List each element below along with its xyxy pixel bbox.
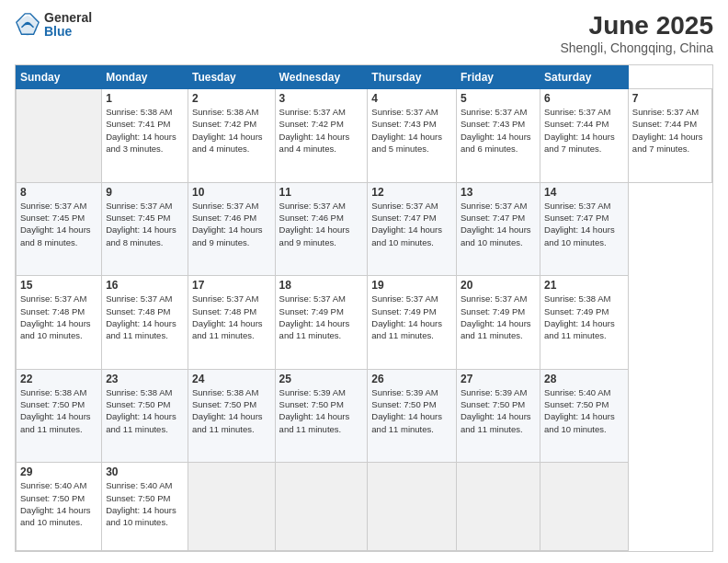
header-wednesday: Wednesday [275,66,368,89]
day-number: 14 [544,186,624,199]
day-info: Sunrise: 5:37 AM Sunset: 7:48 PM Dayligh… [192,293,271,341]
day-number: 1 [106,92,184,105]
day-number: 6 [544,92,624,105]
day-number: 18 [279,279,364,292]
header: General Blue June 2025 Shengli, Chongqin… [15,11,713,55]
calendar-header-row: Sunday Monday Tuesday Wednesday Thursday… [17,66,712,89]
table-row: 25Sunrise: 5:39 AM Sunset: 7:50 PM Dayli… [275,369,368,463]
table-row: 11Sunrise: 5:37 AM Sunset: 7:46 PM Dayli… [275,182,368,276]
table-row [188,463,275,551]
day-number: 25 [279,373,364,385]
page: General Blue June 2025 Shengli, Chongqin… [0,0,728,563]
day-info: Sunrise: 5:37 AM Sunset: 7:49 PM Dayligh… [461,293,536,341]
day-info: Sunrise: 5:38 AM Sunset: 7:42 PM Dayligh… [192,106,271,155]
table-row [456,463,540,551]
table-row: 19Sunrise: 5:37 AM Sunset: 7:49 PM Dayli… [368,276,457,370]
table-row: 28Sunrise: 5:40 AM Sunset: 7:50 PM Dayli… [540,369,629,463]
day-info: Sunrise: 5:37 AM Sunset: 7:45 PM Dayligh… [106,200,184,248]
day-info: Sunrise: 5:40 AM Sunset: 7:50 PM Dayligh… [544,386,624,435]
day-number: 24 [192,373,271,385]
table-row: 18Sunrise: 5:37 AM Sunset: 7:49 PM Dayli… [275,276,368,370]
day-number: 20 [461,279,536,292]
logo-blue-text: Blue [44,25,92,39]
day-number: 23 [106,373,184,385]
table-row: 27Sunrise: 5:39 AM Sunset: 7:50 PM Dayli… [456,369,540,463]
day-info: Sunrise: 5:39 AM Sunset: 7:50 PM Dayligh… [461,386,536,435]
day-number: 11 [279,186,364,199]
day-number: 12 [371,186,452,199]
table-row: 24Sunrise: 5:38 AM Sunset: 7:50 PM Dayli… [188,369,275,463]
logo-general-text: General [44,11,92,25]
day-info: Sunrise: 5:38 AM Sunset: 7:50 PM Dayligh… [20,386,97,435]
table-row: 7Sunrise: 5:37 AM Sunset: 7:44 PM Daylig… [628,89,711,183]
table-row: 14Sunrise: 5:37 AM Sunset: 7:47 PM Dayli… [540,182,629,276]
day-info: Sunrise: 5:38 AM Sunset: 7:41 PM Dayligh… [106,106,184,155]
header-thursday: Thursday [368,66,457,89]
calendar: Sunday Monday Tuesday Wednesday Thursday… [15,64,713,552]
day-number: 15 [20,279,97,292]
table-row: 30Sunrise: 5:40 AM Sunset: 7:50 PM Dayli… [102,463,188,551]
table-row: 1Sunrise: 5:38 AM Sunset: 7:41 PM Daylig… [102,89,188,183]
day-number: 8 [20,186,97,199]
header-monday: Monday [102,66,188,89]
table-row [368,463,457,551]
subtitle: Shengli, Chongqing, China [560,40,713,55]
day-number: 17 [192,279,271,292]
day-info: Sunrise: 5:37 AM Sunset: 7:49 PM Dayligh… [371,293,452,341]
day-info: Sunrise: 5:37 AM Sunset: 7:48 PM Dayligh… [20,293,97,341]
header-sunday: Sunday [17,66,102,89]
day-info: Sunrise: 5:39 AM Sunset: 7:50 PM Dayligh… [279,386,364,435]
table-row: 23Sunrise: 5:38 AM Sunset: 7:50 PM Dayli… [102,369,188,463]
day-number: 7 [632,92,708,105]
table-row: 26Sunrise: 5:39 AM Sunset: 7:50 PM Dayli… [368,369,457,463]
day-number: 27 [461,373,536,385]
day-info: Sunrise: 5:37 AM Sunset: 7:48 PM Dayligh… [106,293,184,341]
day-info: Sunrise: 5:37 AM Sunset: 7:45 PM Dayligh… [20,200,97,248]
day-info: Sunrise: 5:37 AM Sunset: 7:43 PM Dayligh… [461,106,536,155]
day-number: 10 [192,186,271,199]
day-info: Sunrise: 5:37 AM Sunset: 7:46 PM Dayligh… [279,200,364,248]
day-number: 26 [371,373,452,385]
header-tuesday: Tuesday [188,66,275,89]
day-info: Sunrise: 5:40 AM Sunset: 7:50 PM Dayligh… [106,479,184,528]
table-row: 10Sunrise: 5:37 AM Sunset: 7:46 PM Dayli… [188,182,275,276]
table-row: 8Sunrise: 5:37 AM Sunset: 7:45 PM Daylig… [17,182,102,276]
day-number: 4 [371,92,452,105]
day-info: Sunrise: 5:38 AM Sunset: 7:50 PM Dayligh… [106,386,184,435]
table-row: 5Sunrise: 5:37 AM Sunset: 7:43 PM Daylig… [456,89,540,183]
day-number: 2 [192,92,271,105]
title-block: June 2025 Shengli, Chongqing, China [560,11,713,55]
day-number: 21 [544,279,624,292]
table-row [17,89,102,183]
table-row: 15Sunrise: 5:37 AM Sunset: 7:48 PM Dayli… [17,276,102,370]
day-number: 3 [279,92,364,105]
day-info: Sunrise: 5:37 AM Sunset: 7:44 PM Dayligh… [544,106,624,155]
day-number: 29 [20,465,97,478]
table-row: 3Sunrise: 5:37 AM Sunset: 7:42 PM Daylig… [275,89,368,183]
day-number: 28 [544,373,624,385]
day-number: 9 [106,186,184,199]
day-info: Sunrise: 5:37 AM Sunset: 7:43 PM Dayligh… [371,106,452,155]
day-info: Sunrise: 5:40 AM Sunset: 7:50 PM Dayligh… [20,479,97,528]
table-row: 12Sunrise: 5:37 AM Sunset: 7:47 PM Dayli… [368,182,457,276]
main-title: June 2025 [560,11,713,40]
table-row: 21Sunrise: 5:38 AM Sunset: 7:49 PM Dayli… [540,276,629,370]
day-info: Sunrise: 5:37 AM Sunset: 7:47 PM Dayligh… [371,200,452,248]
day-number: 5 [461,92,536,105]
calendar-week-row: 15Sunrise: 5:37 AM Sunset: 7:48 PM Dayli… [17,276,712,370]
table-row: 29Sunrise: 5:40 AM Sunset: 7:50 PM Dayli… [17,463,102,551]
day-info: Sunrise: 5:37 AM Sunset: 7:49 PM Dayligh… [279,293,364,341]
header-saturday: Saturday [540,66,629,89]
day-info: Sunrise: 5:37 AM Sunset: 7:46 PM Dayligh… [192,200,271,248]
day-number: 19 [371,279,452,292]
day-number: 13 [461,186,536,199]
day-number: 16 [106,279,184,292]
table-row: 9Sunrise: 5:37 AM Sunset: 7:45 PM Daylig… [102,182,188,276]
logo-icon [15,12,40,38]
logo-text: General Blue [44,11,92,40]
day-info: Sunrise: 5:37 AM Sunset: 7:42 PM Dayligh… [279,106,364,155]
calendar-week-row: 1Sunrise: 5:38 AM Sunset: 7:41 PM Daylig… [17,89,712,183]
table-row: 4Sunrise: 5:37 AM Sunset: 7:43 PM Daylig… [368,89,457,183]
table-row: 22Sunrise: 5:38 AM Sunset: 7:50 PM Dayli… [17,369,102,463]
day-number: 30 [106,465,184,478]
